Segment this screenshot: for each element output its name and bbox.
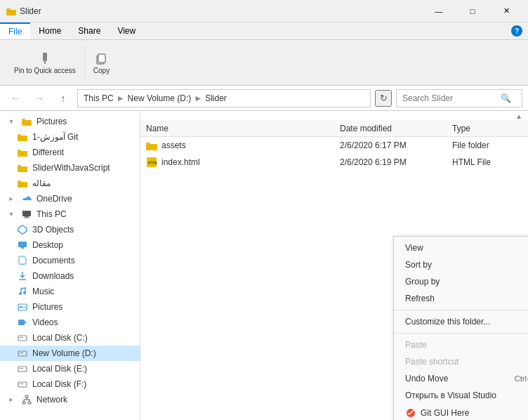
folder-icon [17, 178, 28, 189]
sidebar-item-label: OneDrive [37, 194, 72, 204]
sidebar-item-thispc[interactable]: ▼ This PC [0, 206, 140, 222]
pin-to-quick-access[interactable]: Pin to Quick access [8, 48, 81, 77]
ctx-refresh[interactable]: Refresh [394, 290, 528, 307]
column-name[interactable]: Name [146, 124, 340, 133]
sidebar-item-label: Local Disk (C:) [32, 333, 88, 343]
file-area: ▲ Name Date modified Type assets 2/6/202… [140, 111, 528, 420]
ctx-paste: Paste [394, 336, 528, 353]
file-name: assets [161, 140, 340, 150]
close-button[interactable]: ✕ [490, 0, 522, 22]
svg-rect-17 [25, 216, 29, 218]
search-icon: 🔍 [501, 93, 511, 103]
svg-rect-34 [18, 367, 27, 372]
sidebar-item-documents[interactable]: Documents [0, 253, 140, 268]
file-name: index.html [161, 157, 340, 167]
ctx-groupby[interactable]: Group by ► [394, 273, 528, 290]
ctx-sortby[interactable]: Sort by ► [394, 256, 528, 273]
sidebar-item-label: Pictures [32, 302, 62, 312]
svg-rect-28 [18, 320, 25, 325]
svg-rect-21 [21, 247, 24, 249]
ctx-git-gui[interactable]: Git GUI Here [394, 404, 528, 420]
file-type: File folder [452, 140, 522, 150]
sidebar-item-diskf[interactable]: Local Disk (F:) [0, 376, 140, 392]
sidebar-item-label: مقاله [32, 178, 51, 188]
column-type[interactable]: Type [452, 124, 522, 133]
svg-rect-15 [18, 182, 27, 188]
folder-icon [146, 140, 157, 151]
folder-icon [17, 131, 28, 143]
column-date[interactable]: Date modified [340, 124, 452, 133]
forward-button[interactable]: → [29, 88, 49, 108]
svg-rect-20 [18, 242, 27, 247]
sidebar-item-desktop[interactable]: Desktop [0, 237, 140, 253]
ctx-separator [394, 333, 528, 334]
sidebar-item-pictures2[interactable]: Pictures [0, 299, 140, 315]
sidebar-item-maqale[interactable]: مقاله [0, 176, 140, 191]
maximize-button[interactable]: □ [456, 0, 489, 22]
tab-view[interactable]: View [109, 22, 144, 39]
disk-icon [17, 348, 28, 359]
file-item-assets[interactable]: assets 2/6/2020 6:17 PM File folder [140, 137, 528, 154]
search-input[interactable] [402, 93, 501, 103]
sidebar-item-diske[interactable]: Local Disk (E:) [0, 361, 140, 376]
ctx-view[interactable]: View ► [394, 239, 528, 256]
copy-button[interactable]: Copy [88, 48, 115, 77]
svg-rect-6 [22, 119, 25, 120]
sidebar-item-network[interactable]: ► Network [0, 392, 140, 407]
svg-marker-19 [18, 225, 27, 234]
svg-rect-31 [20, 337, 23, 338]
sidebar-item-3dobjects[interactable]: 3D Objects [0, 222, 140, 237]
folder-icon [17, 147, 28, 158]
tab-home[interactable]: Home [30, 22, 70, 39]
context-menu: View ► Sort by ► Group by ► Refresh Cust… [393, 236, 528, 420]
ctx-customize[interactable]: Customize this folder... [394, 313, 528, 330]
minimize-button[interactable]: — [423, 0, 455, 22]
documents-icon [17, 255, 28, 266]
svg-rect-12 [18, 165, 21, 166]
sidebar-item-label: Network [37, 395, 67, 405]
title-bar-left: Slider [6, 6, 41, 17]
sidebar-item-label: آموزش-1 Git [32, 132, 78, 142]
sidebar-item-diskd[interactable]: New Volume (D:) [0, 346, 140, 361]
sidebar-item-downloads[interactable]: Downloads [0, 268, 140, 284]
disk-icon [17, 379, 28, 390]
ctx-open-vs[interactable]: Открыть в Visual Studio [394, 387, 528, 404]
svg-rect-37 [20, 383, 23, 384]
svg-point-25 [23, 291, 26, 294]
refresh-button[interactable]: ↻ [375, 90, 392, 107]
sidebar-item-diskc[interactable]: Local Disk (C:) [0, 330, 140, 346]
file-item-indexhtml[interactable]: HTML index.html 2/6/2020 6:19 PM HTML Fi… [140, 154, 528, 171]
main-area: ▼ Pictures آموزش-1 Git Different SliderW… [0, 111, 528, 420]
sidebar-item-git[interactable]: آموزش-1 Git [0, 129, 140, 145]
sidebar-item-different[interactable]: Different [0, 145, 140, 160]
tab-share[interactable]: Share [70, 22, 109, 39]
disk-icon [17, 332, 28, 343]
sidebar-item-label: Local Disk (F:) [32, 379, 86, 389]
svg-rect-36 [18, 382, 27, 387]
sidebar-item-sliderwithjs[interactable]: SliderWithJavaScript [0, 160, 140, 176]
sidebar-item-music[interactable]: Music [0, 284, 140, 299]
videos-icon [17, 317, 28, 328]
network-icon [21, 394, 32, 405]
disk-icon [17, 363, 28, 374]
svg-rect-5 [98, 54, 105, 63]
tab-file[interactable]: File [0, 22, 30, 39]
up-button[interactable]: ↑ [53, 88, 73, 108]
svg-rect-38 [25, 395, 28, 398]
back-button[interactable]: ← [6, 88, 25, 108]
sidebar-item-videos[interactable]: Videos [0, 315, 140, 330]
computer-icon [21, 209, 32, 220]
sidebar-item-label: This PC [37, 209, 67, 219]
sidebar-item-pictures[interactable]: ▼ Pictures [0, 114, 140, 129]
svg-rect-40 [28, 402, 31, 404]
help-icon: ? [511, 25, 522, 37]
sidebar-item-label: Pictures [37, 117, 67, 126]
svg-rect-10 [18, 150, 21, 151]
svg-rect-11 [18, 151, 27, 157]
breadcrumb-volume: New Volume (D:) [128, 93, 192, 103]
breadcrumb[interactable]: This PC ► New Volume (D:) ► Slider [77, 89, 371, 107]
ctx-undo-move[interactable]: Undo Move Ctrl+Z [394, 370, 528, 387]
sidebar-item-onedrive[interactable]: ► OneDrive [0, 191, 140, 206]
ribbon: File Home Share View ? Pin to Quick acce… [0, 22, 528, 86]
svg-marker-29 [25, 321, 27, 324]
